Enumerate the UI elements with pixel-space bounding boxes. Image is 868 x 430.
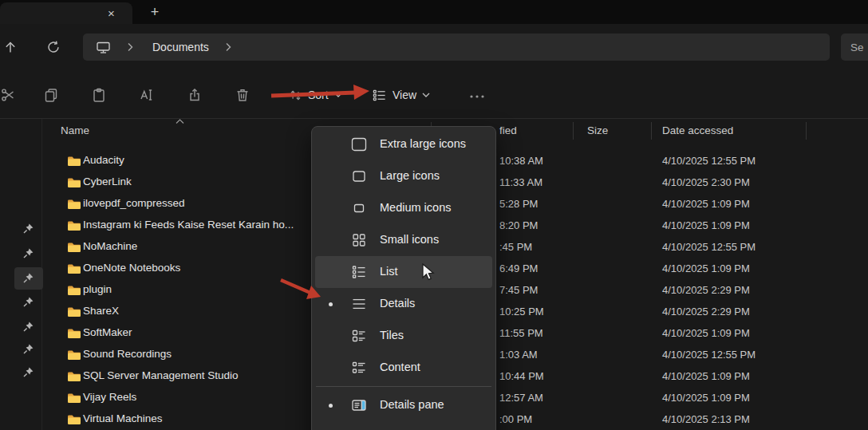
file-name: Audacity: [83, 154, 124, 166]
extra-large-icons-icon: [350, 136, 368, 153]
file-date-modified: 6:49 PM: [499, 262, 538, 274]
folder-icon: [67, 219, 81, 231]
menu-item-label: Extra large icons: [380, 137, 466, 150]
folder-icon: [67, 413, 81, 425]
folder-icon: [67, 392, 81, 404]
file-date-accessed: 4/10/2025 1:09 PM: [662, 392, 750, 404]
file-date-accessed: 4/10/2025 2:29 PM: [662, 284, 750, 296]
pin-icon[interactable]: [22, 247, 34, 259]
menu-item-label: Tiles: [380, 329, 404, 341]
quick-access-rail: [0, 119, 41, 430]
folder-icon: [67, 176, 81, 188]
file-date-modified: 11:55 PM: [499, 327, 543, 339]
folder-icon: [67, 306, 81, 318]
pin-icon[interactable]: [22, 223, 34, 235]
file-date-accessed: 4/10/2025 12:55 PM: [662, 155, 756, 167]
file-date-modified: :45 PM: [499, 241, 532, 253]
details-pane-icon: [350, 396, 368, 414]
view-menu-item-content[interactable]: Content: [315, 352, 492, 384]
file-name: OneNote Notebooks: [83, 262, 180, 274]
menu-item-label: List: [380, 265, 398, 278]
folder-icon: [67, 155, 81, 167]
file-name: SoftMaker: [83, 326, 132, 338]
folder-icon: [67, 198, 81, 210]
folder-icon: [67, 327, 81, 339]
menu-item-label: Details: [380, 297, 415, 310]
file-date-modified: 12:57 AM: [499, 392, 543, 404]
menu-item-label: Medium icons: [380, 201, 451, 214]
pin-icon[interactable]: [22, 272, 34, 284]
menu-item-label: Content: [380, 361, 420, 373]
file-date-accessed: 4/10/2025 2:13 PM: [662, 413, 750, 425]
view-menu-item-small-icons[interactable]: Small icons: [315, 224, 492, 256]
file-explorer-window: × + Documents Se: [0, 0, 868, 430]
menu-item-label: Large icons: [380, 169, 440, 182]
details-icon: [350, 295, 368, 313]
file-date-accessed: 4/10/2025 1:09 PM: [662, 327, 750, 339]
file-name: ShareX: [83, 305, 119, 317]
file-date-accessed: 4/10/2025 12:55 PM: [662, 241, 756, 253]
selected-indicator-dot: [329, 404, 333, 408]
file-date-accessed: 4/10/2025 1:09 PM: [662, 262, 750, 274]
view-menu-item-large-icons[interactable]: Large icons: [315, 160, 492, 192]
file-name: SQL Server Management Studio: [83, 369, 239, 381]
file-date-accessed: 4/10/2025 1:09 PM: [662, 370, 750, 382]
file-name: Sound Recordings: [83, 348, 172, 360]
file-date-modified: :00 PM: [499, 413, 532, 425]
view-menu-item-extra-large-icons[interactable]: Extra large icons: [315, 128, 492, 160]
file-date-accessed: 4/10/2025 1:09 PM: [662, 219, 750, 231]
file-date-modified: 10:38 AM: [499, 155, 543, 167]
view-menu-item-tiles[interactable]: Tiles: [315, 320, 492, 352]
folder-icon: [67, 284, 81, 296]
file-name: Vijay Reels: [83, 391, 136, 403]
folder-icon: [67, 241, 81, 253]
file-date-modified: 1:03 AM: [499, 349, 538, 361]
file-date-modified: 11:33 AM: [499, 176, 542, 188]
selected-indicator-dot: [329, 302, 333, 306]
file-date-accessed: 4/10/2025 2:30 PM: [662, 176, 750, 188]
menu-separator: [316, 386, 491, 387]
pin-icon[interactable]: [22, 366, 34, 378]
large-icons-icon: [350, 168, 368, 185]
view-menu: Extra large icons Large icons Medium ico…: [311, 126, 496, 430]
tiles-icon: [350, 327, 368, 345]
file-date-modified: 7:45 PM: [499, 284, 538, 296]
small-icons-icon: [350, 231, 368, 249]
file-date-modified: 8:20 PM: [499, 219, 538, 231]
view-menu-item-details-pane[interactable]: Details pane: [315, 389, 492, 421]
file-name: Virtual Machines: [83, 412, 163, 424]
pin-icon[interactable]: [22, 296, 34, 308]
pin-icon[interactable]: [22, 321, 34, 333]
file-date-accessed: 4/10/2025 12:55 PM: [662, 349, 756, 361]
folder-icon: [67, 262, 81, 274]
file-date-modified: 5:28 PM: [499, 198, 538, 210]
view-menu-item-details[interactable]: Details: [315, 288, 492, 320]
medium-icons-icon: [350, 199, 368, 217]
menu-item-label: Details pane: [380, 398, 444, 411]
view-menu-item-medium-icons[interactable]: Medium icons: [315, 192, 492, 224]
folder-icon: [67, 349, 81, 361]
content-icon: [350, 359, 368, 377]
file-name: Instagram ki Feeds Kaise Reset Karain ho…: [83, 219, 294, 231]
pin-icon[interactable]: [22, 343, 34, 355]
list-icon: [350, 263, 368, 281]
menu-item-label: Small icons: [380, 233, 439, 246]
view-menu-item-list[interactable]: List: [315, 256, 492, 288]
folder-icon: [67, 370, 81, 382]
view-menu-item-preview-pane[interactable]: Preview pane: [315, 421, 492, 430]
file-name: CyberLink: [83, 176, 132, 187]
file-date-modified: 10:25 PM: [499, 306, 544, 318]
file-date-accessed: 4/10/2025 2:29 PM: [662, 306, 750, 318]
file-date-modified: 10:44 PM: [499, 370, 544, 382]
file-name: plugin: [83, 283, 112, 295]
file-name: ilovepdf_compressed: [83, 197, 185, 209]
file-date-accessed: 4/10/2025 1:09 PM: [662, 198, 750, 210]
file-name: NoMachine: [83, 240, 137, 252]
